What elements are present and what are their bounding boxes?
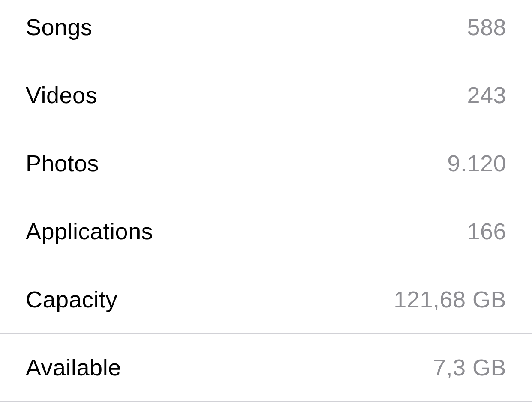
value-photos: 9.120: [447, 150, 506, 176]
value-available: 7,3 GB: [433, 354, 506, 381]
row-capacity: Capacity 121,68 GB: [0, 265, 532, 334]
row-videos: Videos 243: [0, 61, 532, 129]
row-available: Available 7,3 GB: [0, 334, 532, 402]
row-photos: Photos 9.120: [0, 129, 532, 197]
value-applications: 166: [467, 218, 506, 244]
value-songs: 588: [467, 14, 506, 40]
value-videos: 243: [467, 82, 506, 108]
about-settings-list: Songs 588 Videos 243 Photos 9.120 Applic…: [0, 0, 532, 402]
value-capacity: 121,68 GB: [394, 286, 506, 313]
row-applications: Applications 166: [0, 197, 532, 265]
label-songs: Songs: [26, 14, 93, 40]
row-songs: Songs 588: [0, 0, 532, 61]
label-capacity: Capacity: [26, 286, 117, 313]
label-videos: Videos: [26, 82, 97, 108]
label-photos: Photos: [26, 150, 99, 176]
label-available: Available: [26, 354, 121, 381]
label-applications: Applications: [26, 218, 153, 244]
